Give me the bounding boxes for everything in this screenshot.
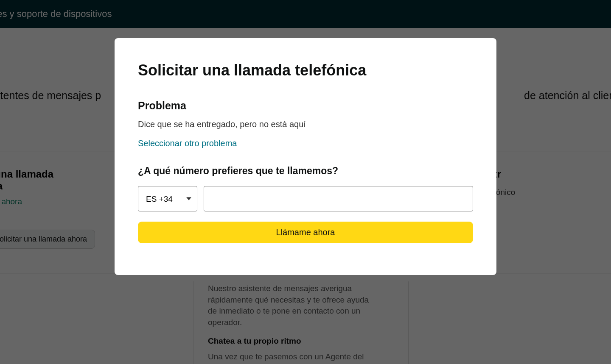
issue-label: Problema xyxy=(138,100,473,112)
country-select-wrap: ES +34 xyxy=(138,186,197,211)
issue-text: Dice que se ha entregado, pero no está a… xyxy=(138,119,473,129)
country-code-select[interactable]: ES +34 xyxy=(138,186,197,211)
call-me-now-button[interactable]: Llámame ahora xyxy=(138,222,473,243)
phone-input-row: ES +34 xyxy=(138,186,473,211)
request-call-modal: Solicitar una llamada telefónica Problem… xyxy=(115,38,496,275)
phone-question: ¿A qué número prefieres que te llamemos? xyxy=(138,165,473,177)
modal-title: Solicitar una llamada telefónica xyxy=(138,61,473,79)
change-issue-link[interactable]: Seleccionar otro problema xyxy=(138,139,237,148)
phone-number-input[interactable] xyxy=(204,186,473,211)
modal-overlay[interactable]: Solicitar una llamada telefónica Problem… xyxy=(0,0,611,364)
